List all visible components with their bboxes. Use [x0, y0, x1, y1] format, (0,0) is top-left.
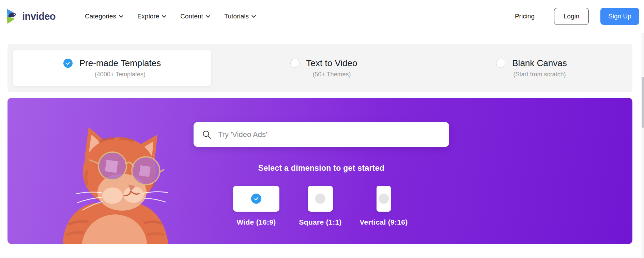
- hero-panel: Select a dimension to get started Wide (…: [7, 98, 632, 244]
- selected-check-icon: [251, 194, 261, 204]
- nav-categories[interactable]: Categories: [85, 13, 123, 20]
- nav-explore-label: Explore: [137, 13, 159, 20]
- nav-tutorials-label: Tutorials: [224, 13, 249, 20]
- dimension-wide-label: Wide (16:9): [219, 218, 294, 226]
- tab-blank-canvas[interactable]: Blank Canvas (Start from scratch): [429, 50, 634, 86]
- invideo-logo-text: invideo: [22, 11, 56, 22]
- search-input[interactable]: [218, 130, 449, 139]
- scrollbar-thumb[interactable]: [642, 77, 644, 128]
- tab-title: Blank Canvas: [512, 58, 567, 69]
- chevron-down-icon: [119, 15, 123, 18]
- dimension-square-card[interactable]: [308, 186, 333, 212]
- tab-premade-templates[interactable]: Pre-made Templates (4000+ Templates): [13, 50, 211, 86]
- tab-subtitle: (Start from scratch): [513, 71, 566, 78]
- nav-tutorials[interactable]: Tutorials: [224, 13, 256, 20]
- cat-with-sunglasses-image: [58, 122, 174, 244]
- chevron-down-icon: [251, 15, 256, 18]
- invideo-homepage: invideo Categories Explore Content Tutor…: [0, 0, 644, 258]
- nav-content[interactable]: Content: [180, 13, 210, 20]
- selected-check-icon: [63, 59, 73, 68]
- signup-button[interactable]: Sign Up: [600, 8, 639, 25]
- chevron-down-icon: [162, 15, 166, 18]
- invideo-logo-icon: [6, 8, 19, 25]
- tab-subtitle: (50+ Themes): [312, 71, 351, 78]
- chevron-down-icon: [206, 15, 210, 18]
- template-search-bar[interactable]: [194, 122, 449, 147]
- dimension-vertical-label: Vertical (9:16): [346, 218, 421, 226]
- radio-unselected-icon: [290, 59, 300, 68]
- header-actions: Pricing Login Sign Up: [515, 8, 639, 25]
- tab-title: Text to Video: [306, 58, 357, 69]
- unselected-dot-icon: [315, 194, 325, 204]
- nav-pricing[interactable]: Pricing: [515, 13, 535, 20]
- nav-content-label: Content: [180, 13, 203, 20]
- top-nav-bar: invideo Categories Explore Content Tutor…: [0, 0, 644, 33]
- radio-unselected-icon: [496, 59, 505, 68]
- dimension-heading: Select a dimension to get started: [194, 164, 449, 173]
- dimension-wide-card[interactable]: [233, 186, 279, 212]
- search-icon: [202, 130, 211, 139]
- tab-subtitle: (4000+ Templates): [95, 71, 145, 78]
- tab-title: Pre-made Templates: [79, 58, 161, 69]
- invideo-logo[interactable]: invideo: [6, 8, 56, 25]
- unselected-dot-icon: [379, 194, 389, 204]
- tab-text-to-video[interactable]: Text to Video (50+ Themes): [221, 50, 426, 86]
- scrollbar-track: [642, 33, 644, 258]
- main-nav: Categories Explore Content Tutorials: [85, 13, 256, 20]
- nav-categories-label: Categories: [85, 13, 116, 20]
- creation-mode-selector: Pre-made Templates (4000+ Templates) Tex…: [7, 44, 632, 92]
- nav-explore[interactable]: Explore: [137, 13, 166, 20]
- dimension-vertical-card[interactable]: [377, 186, 391, 212]
- login-button[interactable]: Login: [554, 8, 589, 25]
